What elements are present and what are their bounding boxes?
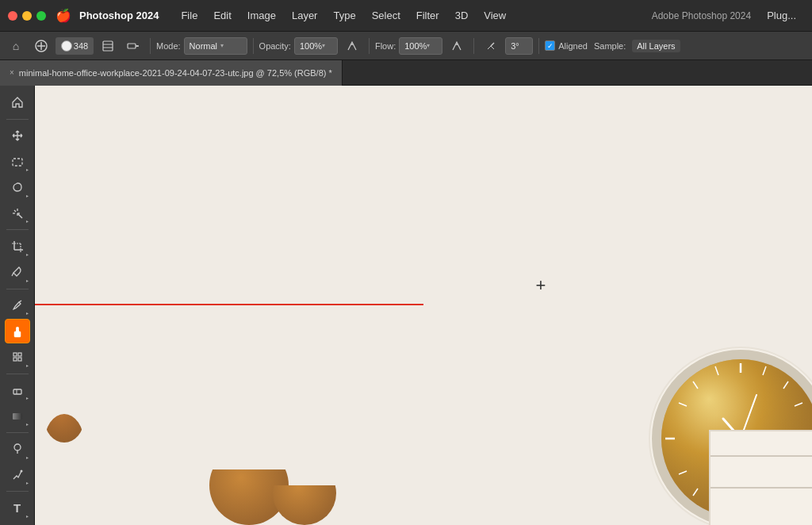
text-tool-button[interactable]: T ▸ <box>5 496 30 520</box>
separator-1 <box>150 38 151 54</box>
mode-dropdown[interactable]: Normal ▾ <box>184 37 247 55</box>
shelf-2 <box>710 487 812 489</box>
canvas-image <box>35 86 812 525</box>
menu-view[interactable]: View <box>476 6 514 25</box>
brush-size-value: 348 <box>74 41 88 51</box>
lasso-tool-button[interactable]: ▸ <box>5 175 30 200</box>
svg-rect-28 <box>18 353 21 356</box>
pressure-opacity-icon[interactable] <box>341 35 363 57</box>
svg-line-23 <box>19 301 21 302</box>
aligned-label: Aligned <box>558 41 588 51</box>
move-tool-button[interactable] <box>5 124 30 148</box>
marquee-tool-button[interactable]: ▸ <box>5 149 30 174</box>
tool-arrow-icon-3: ▸ <box>26 218 29 224</box>
aligned-checkbox[interactable]: ✓ <box>545 40 555 51</box>
home-tool-button[interactable] <box>5 90 30 115</box>
minimize-button[interactable] <box>22 11 32 21</box>
svg-point-36 <box>20 469 22 472</box>
main-area: ▸ ▸ ▸ <box>0 86 812 525</box>
options-bar: ⌂ 348 Mode: Normal ▾ Opacity: 100% ▾ <box>0 32 812 60</box>
clone-stamp-tool-button[interactable] <box>5 319 30 343</box>
menu-image[interactable]: Image <box>239 6 284 25</box>
menu-select[interactable]: Select <box>364 6 408 25</box>
close-button[interactable] <box>8 11 17 21</box>
brush-tool-button[interactable]: ▸ <box>5 293 30 318</box>
shelf-1 <box>710 455 812 457</box>
tool-arrow-icon-11: ▸ <box>26 480 29 485</box>
flow-input[interactable]: 100% ▾ <box>399 37 442 55</box>
menu-3d[interactable]: 3D <box>447 6 477 25</box>
angle-icon <box>480 35 502 57</box>
clone-stamp-options-icon <box>30 35 52 57</box>
flow-value: 100% <box>404 41 427 51</box>
svg-line-22 <box>12 273 13 276</box>
flow-label: Flow: <box>375 41 396 51</box>
canvas-area[interactable] <box>35 86 812 525</box>
all-layers-dropdown[interactable]: All Layers <box>632 40 680 52</box>
eyedropper-tool-button[interactable]: ▸ <box>5 260 30 285</box>
toolbar: ▸ ▸ ▸ <box>0 86 35 525</box>
svg-rect-24 <box>14 331 21 337</box>
document-tab[interactable]: × minimal-home-office-workplace-2021-09-… <box>0 60 343 86</box>
crosshair-cursor <box>533 278 549 293</box>
toolbar-separator-2 <box>6 289 29 289</box>
opacity-input[interactable]: 100% ▾ <box>294 37 338 55</box>
toolbar-separator-5 <box>6 491 29 492</box>
menu-file[interactable]: File <box>173 6 205 25</box>
brush-settings-icon[interactable] <box>97 35 119 57</box>
opacity-arrow-icon: ▾ <box>322 42 325 49</box>
pattern-stamp-tool-button[interactable]: ▸ <box>5 345 30 370</box>
menu-layer[interactable]: Layer <box>284 6 326 25</box>
svg-rect-31 <box>13 389 21 394</box>
toolbar-separator-0 <box>6 119 29 120</box>
clone-stamp-line <box>35 304 423 305</box>
dodge-tool-button[interactable]: ▸ <box>5 437 30 462</box>
angle-value: 3° <box>511 41 519 51</box>
checkmark-icon: ✓ <box>547 42 553 50</box>
mode-label: Mode: <box>156 41 181 51</box>
svg-rect-6 <box>128 44 136 48</box>
tool-arrow-icon-7: ▸ <box>26 362 29 368</box>
furniture-sim <box>709 430 812 525</box>
menu-bar: 🍎 Photoshop 2024 File Edit Image Layer T… <box>0 0 812 32</box>
maximize-button[interactable] <box>36 11 46 21</box>
svg-rect-3 <box>103 41 113 51</box>
pressure-flow-icon[interactable] <box>446 35 468 57</box>
angle-input[interactable]: 3° <box>505 37 533 55</box>
app-name: Photoshop 2024 <box>79 10 159 21</box>
opacity-label: Opacity: <box>259 41 291 51</box>
cork-dot-left <box>44 395 84 443</box>
crop-tool-button[interactable]: ▸ <box>5 234 30 259</box>
tool-arrow-icon-8: ▸ <box>26 395 29 400</box>
tool-arrow-icon-10: ▸ <box>26 454 29 460</box>
home-button[interactable]: ⌂ <box>5 35 27 57</box>
toolbar-separator-3 <box>6 374 29 374</box>
tool-arrow-icon-4: ▸ <box>26 251 29 257</box>
separator-3 <box>369 38 370 54</box>
svg-point-34 <box>14 444 21 450</box>
svg-rect-27 <box>13 353 17 356</box>
pen-tool-button[interactable]: ▸ <box>5 463 30 488</box>
cork-circle-small <box>273 485 336 525</box>
traffic-lights <box>8 11 46 21</box>
svg-point-26 <box>16 327 19 330</box>
tab-close-icon[interactable]: × <box>10 68 14 77</box>
magic-wand-tool-button[interactable]: ▸ <box>5 201 30 226</box>
menu-type[interactable]: Type <box>325 6 363 25</box>
sample-label: Sample: <box>594 41 626 51</box>
tab-title: minimal-home-office-workplace-2021-09-24… <box>19 68 332 78</box>
eraser-tool-button[interactable]: ▸ <box>5 378 30 403</box>
separator-2 <box>253 38 254 54</box>
tool-arrow-icon-5: ▸ <box>26 278 29 283</box>
gradient-tool-button[interactable]: ▸ <box>5 404 30 428</box>
menu-plugins[interactable]: Plug... <box>759 6 804 25</box>
svg-point-8 <box>136 45 138 47</box>
brush-size-picker[interactable]: 348 <box>56 37 94 55</box>
brush-preview <box>61 40 72 52</box>
menu-edit[interactable]: Edit <box>205 6 239 25</box>
apple-logo-icon[interactable]: 🍎 <box>56 8 71 24</box>
svg-rect-33 <box>13 413 22 420</box>
airbrush-icon[interactable] <box>122 35 144 57</box>
menu-filter[interactable]: Filter <box>408 6 447 25</box>
adobe-ps-label: Adobe Photoshop 2024 <box>652 10 751 21</box>
